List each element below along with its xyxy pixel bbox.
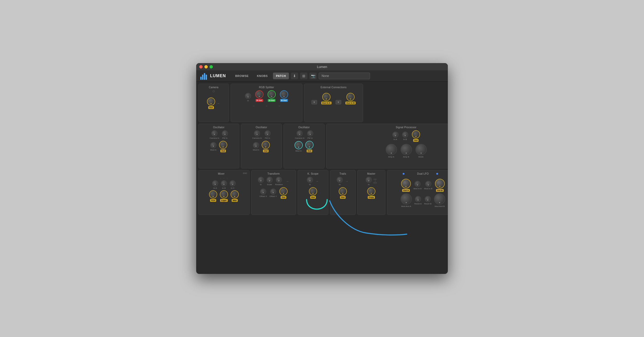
osc1-fm-in-knob[interactable] [222,130,228,136]
rgb-in-knob[interactable] [245,93,251,99]
osc3-camera-in-knob[interactable] [297,130,303,136]
mixer-layer-knob[interactable] [220,190,228,199]
osc2-out-knob[interactable] [262,141,270,149]
transform-arrow: → [286,180,289,183]
master-in-knob[interactable] [366,177,372,183]
logo-area: LUMEN [200,72,226,80]
close-button[interactable] [199,65,203,68]
sp-in-a-knob[interactable] [392,132,399,138]
osc2-camera-in-knob[interactable] [254,130,260,136]
mixer-max-knob[interactable] [231,190,239,199]
preset-input[interactable] [319,73,370,79]
osc1-camera-label: Camera In [210,137,219,139]
osc3-out-knob[interactable] [305,141,314,149]
lfo-reset-b-knob[interactable] [425,196,431,202]
camera-module: Camera Out → [198,84,229,122]
transform-in-knob[interactable] [258,177,264,183]
aux-in-a-label: Aux In A [321,102,332,104]
lfo-mod-amt-a-knob[interactable] [401,193,412,205]
transform-title: Transform [253,172,294,175]
osc-label: OSC [243,172,247,174]
rgb-rout-knob[interactable] [255,90,263,98]
mixer-yuv-knob[interactable] [209,190,217,199]
mixer-module: Mixer OSC ↓ ↓ ↓ In A [198,170,250,215]
lfo-mod-in-b-knob[interactable] [425,181,431,187]
osc-a-mod-label: OSCAMOD [373,179,377,184]
svg-rect-0 [200,77,202,80]
osc1-mod-in-knob[interactable] [210,142,216,148]
mixer-yuv-label: YUV [210,199,216,202]
osc2-mod-in-knob[interactable] [253,142,259,148]
minimize-button[interactable] [204,65,208,68]
transform-out-knob[interactable] [279,187,288,195]
trails-out-label: Out [340,196,346,199]
transform-scale-label: Scale [267,183,272,186]
ext-dropdown-b[interactable]: ▼ [336,100,341,104]
transform-offset-y-knob[interactable] [270,189,276,195]
titlebar: Lumen [196,63,448,70]
trails-out-knob[interactable] [339,187,347,195]
kscope-out-knob[interactable] [309,187,317,195]
mixer-in-c-knob[interactable] [230,180,236,186]
master-title: Master [359,172,383,175]
transform-offset-y-label: Offset Y [270,195,277,197]
osc1-out-knob[interactable] [219,141,227,149]
lfo-out-b-knob[interactable] [435,179,445,189]
sp-mode-knob[interactable] [415,144,427,155]
transform-offset-x-knob[interactable] [260,189,266,195]
osc3-fm-label: FM In [307,137,312,139]
knobs-button[interactable]: KNOBS [254,73,271,79]
mixer-in-b-knob[interactable] [221,180,227,186]
rgb-gout-knob[interactable] [268,90,276,98]
signal-processor-module: Signal Processor In A In B Out [326,124,448,168]
lfo-mod-in-a-knob[interactable] [414,181,421,187]
osc1-title: Oscillator [201,126,237,129]
kscope-in-knob[interactable] [307,177,313,183]
synth-area: Camera Out → RGB Splitter [196,82,448,274]
transform-rotation-knob[interactable] [276,177,282,183]
lfo-reset-a-knob[interactable] [415,196,421,202]
osc3-fm-in-knob[interactable] [307,130,313,136]
mid-row: Oscillator Camera In FM In [198,124,448,168]
osc2-title: Oscillator [243,126,280,129]
osc3-mod-in-knob[interactable] [295,141,303,149]
camera-arrow: → [217,102,220,105]
dual-lfo-title: Dual LFO [389,172,448,175]
master-copy-knob[interactable] [367,187,375,195]
mixer-in-a-knob[interactable] [212,180,218,186]
download-button[interactable]: ⬇ [291,73,298,79]
trails-in-knob[interactable] [337,177,343,183]
transform-scale-knob[interactable] [267,177,273,183]
trails-arrow: → [345,180,348,183]
camera-button[interactable]: 📷 [309,73,317,79]
kscope-module: K. Scope In → Out [298,170,328,215]
sp-amp-b-knob[interactable] [401,144,412,155]
sp-title: Signal Processor [328,126,448,129]
sp-out-knob[interactable] [412,130,420,138]
transform-in-label: In [260,183,262,186]
osc3-camera-label: Camera In [295,137,304,139]
osc3-title: Oscillator [286,126,322,129]
lfo-out-a-knob[interactable] [401,179,411,189]
mixer-title: Mixer [201,172,242,175]
sp-amp-a-label: Amp A [388,156,394,158]
osc2-fm-label: FM In [265,137,270,139]
camera-out-knob[interactable] [207,97,215,106]
layout-button[interactable]: ⊞ [300,73,307,79]
aux-in-a-knob[interactable] [322,93,330,101]
sp-in-b-knob[interactable] [402,132,408,138]
patch-button[interactable]: PATCH [273,73,289,79]
lfo-mod-amt-b-knob[interactable] [434,193,445,205]
rgb-in-label: In [247,100,249,102]
osc1-camera-in-knob[interactable] [211,130,217,136]
maximize-button[interactable] [210,65,213,68]
rgb-bout-knob[interactable] [280,90,288,98]
master-copy-label: Copy [368,196,375,199]
osc2-fm-in-knob[interactable] [264,130,271,136]
ext-dropdown-a[interactable]: ▼ [311,100,317,104]
transform-offset-x-label: Offset X [260,195,267,197]
aux-in-b-knob[interactable] [346,93,355,101]
sp-amp-a-knob[interactable] [386,144,397,155]
ext-title: External Connections [306,86,361,89]
browse-button[interactable]: BROWSE [232,73,252,79]
